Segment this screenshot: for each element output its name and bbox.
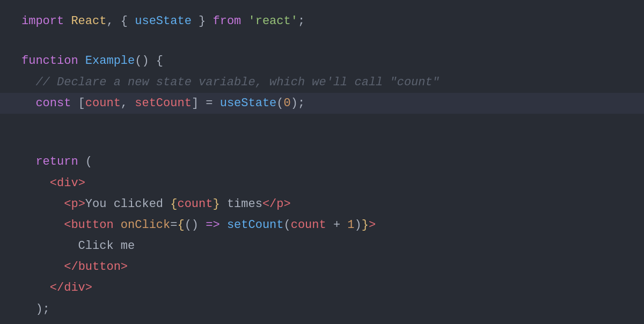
code-token: setCount [227, 216, 284, 234]
code-token [241, 12, 248, 31]
code-token: // Declare a new state variable, which w… [35, 73, 440, 92]
code-token: > [78, 174, 85, 193]
code-token: > [369, 216, 376, 234]
code-token: ; [298, 12, 305, 31]
code-token: > [284, 195, 291, 213]
code-token: < [64, 195, 71, 213]
code-token: [ [71, 97, 85, 110]
code-token: ( [276, 97, 283, 110]
code-token: div [57, 174, 78, 193]
code-line: } [21, 320, 623, 324]
code-token: </ [262, 195, 276, 213]
code-token: You clicked [85, 195, 170, 213]
code-blank-line [21, 114, 623, 132]
code-token: count [177, 195, 213, 213]
code-token: p [276, 195, 283, 213]
code-token: </ [64, 257, 78, 276]
code-blank-line [21, 32, 623, 50]
code-token: { [170, 195, 177, 213]
code-line: </button> [21, 256, 623, 277]
code-token: Example [85, 51, 135, 70]
code-token: div [64, 278, 85, 297]
code-token [21, 195, 64, 213]
code-token: () { [135, 51, 163, 70]
code-token: 1 [347, 216, 354, 234]
code-token: > [78, 195, 85, 213]
code-line: <div> [21, 173, 623, 194]
code-token: 'react' [248, 12, 298, 31]
code-line: import React, { useState } from 'react'; [21, 11, 623, 32]
code-token: = [170, 216, 177, 234]
code-token: } [362, 216, 369, 234]
code-token: > [85, 278, 92, 297]
code-token: button [71, 216, 113, 234]
code-token: 0 [284, 97, 291, 110]
code-token: , [121, 97, 135, 110]
code-token: } [192, 12, 213, 31]
code-token [21, 257, 64, 276]
code-token [21, 152, 35, 171]
code-editor: import React, { useState } from 'react';… [0, 0, 644, 324]
code-token: React [71, 12, 106, 31]
code-token [21, 278, 50, 297]
code-token: ) [355, 216, 362, 234]
code-content: import React, { useState } from 'react';… [21, 11, 623, 324]
code-token: times [220, 195, 262, 213]
code-token: Click me [21, 237, 135, 255]
code-token: return [35, 152, 78, 171]
code-line: function Example() { [21, 50, 623, 71]
code-token: p [71, 195, 78, 213]
code-line: const [count, setCount] = useState(0); [0, 93, 644, 114]
code-token [21, 216, 64, 234]
code-token: count [85, 97, 121, 110]
code-token: onClick [121, 216, 170, 234]
code-line: </div> [21, 277, 623, 298]
code-line: <p>You clicked {count} times</p> [21, 194, 623, 215]
code-token: function [21, 51, 85, 70]
code-token: } [21, 321, 28, 324]
code-line: Click me [21, 235, 623, 256]
code-token: import [21, 12, 71, 31]
code-token: useState [220, 97, 277, 110]
code-line: ); [21, 299, 623, 320]
code-token: count [291, 216, 326, 234]
code-token: { [177, 216, 184, 234]
code-token: </ [50, 278, 64, 297]
code-token: , { [106, 12, 135, 31]
code-token: } [213, 195, 219, 213]
code-token: ); [21, 300, 50, 319]
code-token: => [206, 216, 219, 234]
code-token: from [213, 12, 241, 31]
code-token [21, 174, 50, 193]
code-token: const [35, 97, 71, 110]
code-token: + [326, 216, 348, 234]
code-token: < [50, 174, 57, 193]
code-token [21, 97, 35, 110]
code-token: ( [284, 216, 291, 234]
code-blank-line [21, 132, 623, 151]
code-token: ); [291, 97, 305, 110]
code-token: < [64, 216, 71, 234]
code-token: > [121, 257, 128, 276]
code-token: ( [78, 152, 92, 171]
code-token [114, 216, 121, 234]
code-token: button [78, 257, 121, 276]
code-line: return ( [21, 151, 623, 172]
code-line: <button onClick={() => setCount(count + … [21, 215, 623, 235]
code-token: ] = [192, 97, 220, 110]
code-token: () [185, 216, 206, 234]
code-token: setCount [135, 97, 192, 110]
code-token [220, 216, 227, 234]
code-line: // Declare a new state variable, which w… [21, 72, 623, 93]
code-token: useState [135, 12, 192, 31]
code-token [21, 73, 35, 92]
